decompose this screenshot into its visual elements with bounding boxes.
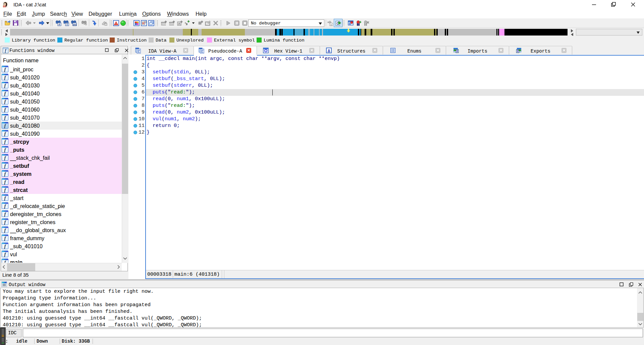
svg-text:A: A [178, 22, 180, 25]
svg-text:R: R [143, 22, 145, 25]
svg-text:101: 101 [72, 23, 77, 26]
svg-text:T: T [66, 23, 68, 26]
svg-text:DATA: DATA [169, 23, 174, 25]
svg-text:!: ! [116, 22, 117, 25]
svg-text:‘s: ‘s [184, 21, 187, 26]
svg-text:c: c [330, 23, 332, 26]
svg-text:64: 64 [3, 5, 6, 8]
svg-text:#: # [58, 23, 60, 26]
svg-text:CODE: CODE [161, 23, 166, 25]
